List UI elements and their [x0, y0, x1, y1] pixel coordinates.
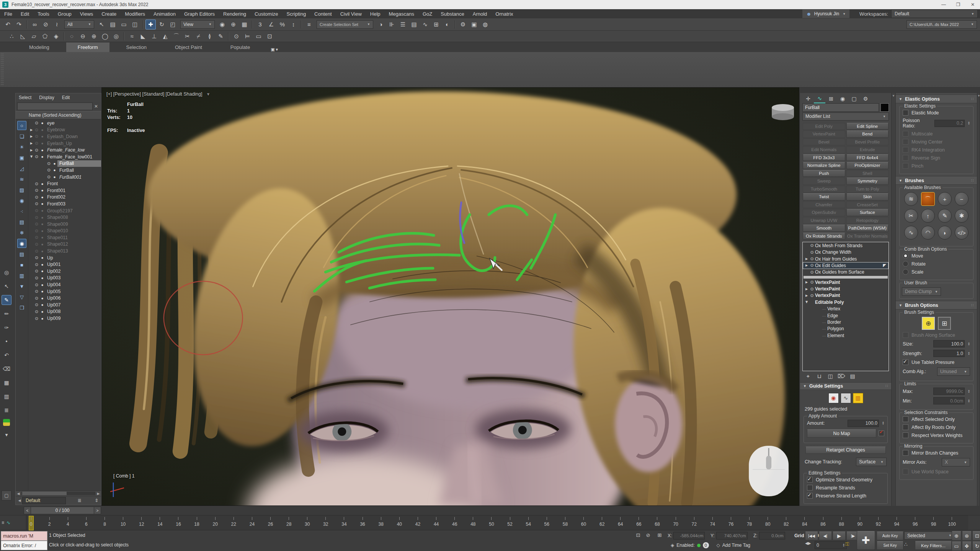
- expand-arrow-icon[interactable]: ▶: [804, 280, 809, 284]
- selectability-dot-icon[interactable]: ●: [39, 182, 45, 186]
- modifier-button[interactable]: Retopology: [846, 217, 889, 224]
- selectability-dot-icon[interactable]: ●: [39, 134, 45, 139]
- ring-selection-icon[interactable]: ◎: [111, 31, 121, 41]
- scene-object-row[interactable]: ▶ ⊙ ● Up001: [28, 261, 101, 268]
- z-coordinate-field[interactable]: 0.0cm: [759, 532, 785, 540]
- layer-options-icon[interactable]: ⇕: [93, 498, 100, 503]
- open-minicurve-icon[interactable]: ≡: [2, 520, 4, 525]
- modifier-button[interactable]: Ox Transfer Normals: [846, 233, 889, 240]
- scene-object-row[interactable]: ▶ ⊙ ● Up008: [28, 308, 101, 315]
- collapse-toolbar-icon[interactable]: ▾: [2, 430, 11, 440]
- undo-stroke-icon[interactable]: ↶: [2, 350, 11, 360]
- bind-to-spacewarp-icon[interactable]: ≀: [52, 20, 62, 29]
- toggle-ribbon-icon[interactable]: ▤: [409, 20, 419, 29]
- modifier-button[interactable]: Extrude: [846, 146, 889, 153]
- selectability-dot-icon[interactable]: ●: [39, 296, 45, 300]
- expand-arrow-icon[interactable]: ▶: [805, 300, 808, 305]
- viewport-label[interactable]: [+] [Perspective] [Standard] [Default Sh…: [106, 91, 210, 97]
- hierarchy-tab-icon[interactable]: ⊞: [825, 94, 837, 103]
- display-helpers-icon[interactable]: ◿: [17, 164, 26, 173]
- make-planar-icon[interactable]: ▭: [253, 31, 264, 41]
- mirror-icon[interactable]: ◑: [376, 20, 386, 29]
- modifier-button[interactable]: Edit Normals: [803, 146, 845, 153]
- modifier-button[interactable]: FFD 3x3x3: [803, 154, 845, 161]
- comb-mode-radio[interactable]: Rotate: [903, 261, 970, 267]
- visibility-eye-icon[interactable]: ⊙: [34, 141, 39, 146]
- frame-ruler[interactable]: 0246810121416182022242628303234363840424…: [26, 515, 968, 530]
- menu-item[interactable]: Modifiers: [121, 9, 149, 18]
- explorer-menu-item[interactable]: Select: [19, 95, 31, 100]
- selectability-dot-icon[interactable]: ●: [39, 242, 45, 246]
- viewport-3d-scene[interactable]: [102, 88, 799, 505]
- scroll-right-icon[interactable]: ▶: [96, 492, 101, 496]
- modifier-stack-row[interactable]: ▶ ⊙ VertexPaint ◤: [803, 279, 889, 285]
- element-mode-icon[interactable]: ◈: [51, 31, 61, 41]
- modifier-stack-row[interactable]: ▶ ⊙ Edge ◤: [803, 312, 889, 319]
- modifier-button[interactable]: Shell: [846, 170, 889, 177]
- display-text-icon[interactable]: ▤: [17, 249, 26, 259]
- add-strands-brush-icon[interactable]: +: [938, 192, 952, 206]
- visibility-eye-icon[interactable]: ⊙: [34, 255, 39, 260]
- scene-object-row[interactable]: ▶ ⊙ ● Shape012: [28, 241, 101, 248]
- modifier-button[interactable]: Normalize Spline: [803, 162, 845, 169]
- select-by-name-icon[interactable]: ▤: [108, 20, 118, 29]
- visibility-eye-icon[interactable]: ⊙: [34, 154, 39, 159]
- selectability-dot-icon[interactable]: ●: [39, 121, 45, 125]
- ribbon-tab[interactable]: Object Paint: [163, 42, 214, 52]
- constrain-none-icon[interactable]: ⊙: [231, 31, 242, 41]
- visibility-eye-icon[interactable]: ⊙: [34, 181, 39, 186]
- mirror-brush-changes-checkbox[interactable]: Mirror Brush Changes: [903, 450, 970, 456]
- ribbon-tab[interactable]: Selection: [115, 42, 158, 52]
- pencil-brush-tool-icon[interactable]: ✏: [2, 309, 11, 319]
- selectability-dot-icon[interactable]: ●: [39, 202, 45, 206]
- selectability-dot-icon[interactable]: ●: [39, 249, 45, 253]
- scene-object-row[interactable]: ▶ ⊙ ● Female_Face_low: [28, 147, 101, 153]
- visibility-eye-icon[interactable]: ⊙: [34, 296, 39, 301]
- editing-setting-checkbox[interactable]: Resample Strands: [807, 485, 884, 491]
- time-slider[interactable]: < 0 / 100 >: [24, 507, 101, 514]
- scene-object-row[interactable]: ▶ ⊙ ● Up004: [28, 281, 101, 288]
- menu-item[interactable]: Substance: [436, 9, 468, 18]
- cut-tool-icon[interactable]: ✂: [182, 31, 193, 41]
- paint-connect-icon[interactable]: ✎: [216, 31, 226, 41]
- selectability-dot-icon[interactable]: ●: [39, 316, 45, 321]
- scene-object-row[interactable]: ▶ ⊙ ● Up002: [28, 268, 101, 275]
- comb-brush-tool-icon[interactable]: ✎: [2, 295, 11, 305]
- display-cameras-icon[interactable]: ▣: [17, 153, 26, 162]
- make-unique-icon[interactable]: ◫: [826, 373, 835, 379]
- display-panel-icon[interactable]: ▤: [17, 217, 26, 227]
- modifier-stack-row[interactable]: ▶ ⊙ Ox Guides from Surface ◤: [803, 269, 889, 276]
- display-geometry-icon[interactable]: ■: [17, 260, 26, 269]
- visibility-eye-icon[interactable]: ⊙: [34, 121, 39, 126]
- scroll-arrow-icon[interactable]: ▼: [892, 93, 895, 98]
- scene-object-row[interactable]: ▶ ⊙ ● Up003: [28, 275, 101, 282]
- window-crossing-toggle-icon[interactable]: ◫: [130, 20, 140, 29]
- color-swatch-icon[interactable]: ■: [3, 419, 10, 426]
- visibility-eye-icon[interactable]: ⊙: [34, 249, 39, 254]
- selectability-dot-icon[interactable]: ●: [39, 262, 45, 267]
- modifier-button[interactable]: Skin: [846, 193, 889, 201]
- modifier-visibility-icon[interactable]: ⊙: [809, 250, 815, 255]
- add-time-tag[interactable]: Add Time Tag: [722, 543, 750, 548]
- key-step-toggle-icon[interactable]: ◀▶: [805, 541, 811, 545]
- relax-tool-icon[interactable]: ≈: [127, 31, 137, 41]
- scrollbar-thumb[interactable]: [22, 492, 67, 495]
- display-xref-icon[interactable]: ◉: [17, 196, 26, 205]
- selectability-dot-icon[interactable]: ●: [52, 175, 57, 179]
- select-and-move-icon[interactable]: ✚: [145, 20, 156, 29]
- collapse-icon[interactable]: ◀: [17, 499, 22, 502]
- grow-selection-icon[interactable]: ⊕: [89, 31, 99, 41]
- soft-selection-icon[interactable]: ◌: [67, 31, 77, 41]
- play-button[interactable]: ▶: [833, 531, 846, 540]
- selectability-dot-icon[interactable]: ●: [52, 168, 57, 172]
- modifier-button[interactable]: VertexPaint: [803, 130, 845, 138]
- current-frame-spinner[interactable]: 0 ▲▼: [815, 541, 847, 549]
- script-brush-icon[interactable]: </>: [955, 226, 969, 240]
- constrain-edge-icon[interactable]: ⊨: [242, 31, 253, 41]
- modifier-visibility-icon[interactable]: ⊙: [809, 287, 815, 292]
- explorer-sort-header[interactable]: Name (Sorted Ascending): [16, 111, 101, 119]
- scene-object-row[interactable]: ▶ ⊙ ● Front: [28, 180, 101, 187]
- percent-snap-icon[interactable]: %: [277, 20, 287, 29]
- scene-object-row[interactable]: ▶ ⊙ ● Up: [28, 254, 101, 261]
- vertex-mode-icon[interactable]: ∴: [7, 31, 17, 41]
